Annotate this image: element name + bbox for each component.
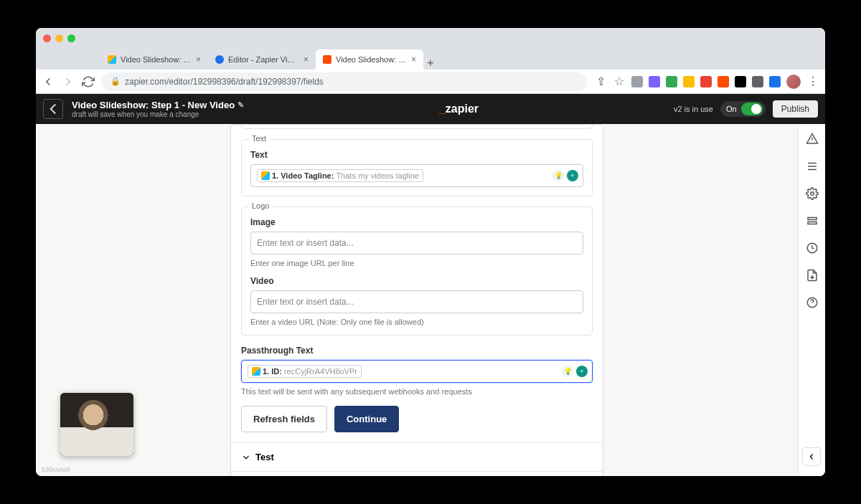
traffic-lights <box>43 34 75 42</box>
continue-button[interactable]: Continue <box>334 406 399 432</box>
section-legend: Text <box>249 134 269 143</box>
minimize-window-icon[interactable] <box>55 34 63 42</box>
help-icon[interactable] <box>806 296 819 309</box>
svg-rect-5 <box>808 222 817 224</box>
export-icon[interactable] <box>806 269 819 282</box>
toggle-label: On <box>726 105 737 113</box>
insert-data-icon[interactable]: + <box>567 170 578 181</box>
zap-on-toggle[interactable]: On <box>720 101 766 117</box>
editor-back-button[interactable] <box>43 99 63 119</box>
outline-icon[interactable] <box>806 160 819 173</box>
extension-icon[interactable] <box>752 76 763 87</box>
presenter-webcam <box>60 393 133 456</box>
extension-icon[interactable] <box>700 76 712 87</box>
right-rail <box>798 124 825 476</box>
video-input[interactable]: Enter text or insert data... <box>250 290 583 313</box>
section-logo: Logo Image Enter text or insert data... … <box>241 206 593 336</box>
url-text: zapier.com/editor/192998396/draft/192998… <box>125 77 324 87</box>
zap-title[interactable]: Video Slideshow: Step 1 - New Video <box>72 100 235 110</box>
text-input[interactable]: 1. Video Tagline: Thats my videos taglin… <box>250 164 583 187</box>
passthrough-input[interactable]: 1. ID: recCyjRrA4VH8oVPr 💡 + <box>241 360 593 383</box>
nav-forward-button[interactable] <box>62 75 75 88</box>
svg-rect-4 <box>808 218 817 220</box>
canvas[interactable]: Text Text 1. Video Tagline: Thats my vid… <box>36 124 798 476</box>
airtable-pill-icon <box>261 171 270 180</box>
extension-icons: ⇪ ☆ ⋮ <box>594 75 819 89</box>
maximize-window-icon[interactable] <box>67 34 75 42</box>
extension-icon[interactable] <box>649 76 660 87</box>
address-bar: 🔒 zapier.com/editor/192998396/draft/1929… <box>36 70 825 94</box>
zap-title-block: Video Slideshow: Step 1 - New Video ✎ dr… <box>72 100 244 118</box>
tab-label: Video Slideshow: Table 1 - Air... <box>121 55 192 64</box>
tab-close-icon[interactable]: × <box>304 54 309 65</box>
tab-label: Video Slideshow: Step 1 - Ne... <box>336 55 407 64</box>
pill-key: 1. Video Tagline: <box>272 171 334 180</box>
collapse-rail-button[interactable] <box>802 447 821 466</box>
action-buttons: Refresh fields Continue <box>231 406 603 442</box>
suggestions-icon[interactable]: 💡 <box>552 170 564 181</box>
test-section-toggle[interactable]: Test <box>231 442 603 471</box>
new-tab-button[interactable]: + <box>423 57 438 70</box>
svg-point-3 <box>810 192 814 196</box>
suggestions-icon[interactable]: 💡 <box>562 366 573 377</box>
share-icon[interactable]: ⇪ <box>594 75 607 88</box>
close-button[interactable]: Close <box>231 471 603 476</box>
close-window-icon[interactable] <box>43 34 51 42</box>
chevron-down-icon <box>241 452 251 462</box>
tab-close-icon[interactable]: × <box>411 54 416 65</box>
field-label-text: Text <box>250 150 583 160</box>
versions-icon[interactable] <box>806 214 819 227</box>
extension-icon[interactable] <box>735 76 746 87</box>
profile-avatar[interactable] <box>786 75 801 89</box>
extension-icon[interactable] <box>683 76 695 87</box>
section-text: Text Text 1. Video Tagline: Thats my vid… <box>241 139 593 196</box>
pill-value: recCyjRrA4VH8oVPr <box>284 367 357 376</box>
tab-airtable[interactable]: Video Slideshow: Table 1 - Air... × <box>100 49 208 70</box>
tab-close-icon[interactable]: × <box>196 54 201 65</box>
section-legend: Logo <box>249 201 272 210</box>
zap-subtitle: draft will save when you make a change <box>72 110 244 118</box>
passthrough-helper: This text will be sent with any subseque… <box>241 387 593 396</box>
placeholder: Enter text or insert data... <box>257 238 354 248</box>
step-panel: Text Text 1. Video Tagline: Thats my vid… <box>230 124 603 476</box>
airtable-pill-icon <box>252 367 260 376</box>
extension-icon[interactable] <box>631 76 643 87</box>
history-icon[interactable] <box>806 242 819 255</box>
image-helper: Enter one image URL per line <box>250 259 583 267</box>
bookmark-icon[interactable]: ☆ <box>613 75 626 88</box>
tab-label: Editor - Zapier Video Slidesh... <box>228 55 299 64</box>
field-label-passthrough: Passthrough Text <box>241 346 593 356</box>
alerts-icon[interactable] <box>806 133 819 146</box>
tab-bar: Video Slideshow: Table 1 - Air... × Edit… <box>36 48 825 70</box>
workspace: Text Text 1. Video Tagline: Thats my vid… <box>36 124 825 476</box>
kebab-menu-icon[interactable]: ⋮ <box>806 75 819 88</box>
toggle-switch-icon <box>741 103 763 115</box>
lock-icon: 🔒 <box>110 77 121 86</box>
placeholder: Enter text or insert data... <box>257 297 354 307</box>
extension-icon[interactable] <box>666 76 677 87</box>
extension-icon[interactable] <box>718 76 729 87</box>
data-pill[interactable]: 1. Video Tagline: Thats my videos taglin… <box>257 169 423 182</box>
extensions-menu-icon[interactable] <box>769 76 781 87</box>
zapier-logo: _zapier <box>253 103 665 115</box>
pill-value: Thats my videos tagline <box>336 171 419 180</box>
test-label: Test <box>255 452 274 462</box>
data-pill[interactable]: 1. ID: recCyjRrA4VH8oVPr <box>248 365 362 378</box>
airtable-favicon-icon <box>108 55 116 64</box>
pill-key: 1. ID: <box>263 367 282 376</box>
nav-reload-button[interactable] <box>82 75 95 88</box>
nav-back-button[interactable] <box>42 75 55 88</box>
field-label-image: Image <box>250 217 583 227</box>
edit-title-icon[interactable]: ✎ <box>237 100 244 110</box>
tab-zapier[interactable]: Video Slideshow: Step 1 - Ne... × <box>316 49 423 70</box>
publish-button[interactable]: Publish <box>773 100 818 118</box>
tab-creatomate[interactable]: Editor - Zapier Video Slidesh... × <box>208 49 316 70</box>
refresh-fields-button[interactable]: Refresh fields <box>241 406 327 432</box>
video-helper: Enter a video URL (Note: Only one file i… <box>250 318 583 326</box>
window-titlebar <box>36 28 825 48</box>
field-label-video: Video <box>250 276 583 286</box>
settings-icon[interactable] <box>806 187 819 200</box>
image-input[interactable]: Enter text or insert data... <box>250 232 583 255</box>
insert-data-icon[interactable]: + <box>576 366 588 377</box>
url-input[interactable]: 🔒 zapier.com/editor/192998396/draft/1929… <box>102 72 587 91</box>
